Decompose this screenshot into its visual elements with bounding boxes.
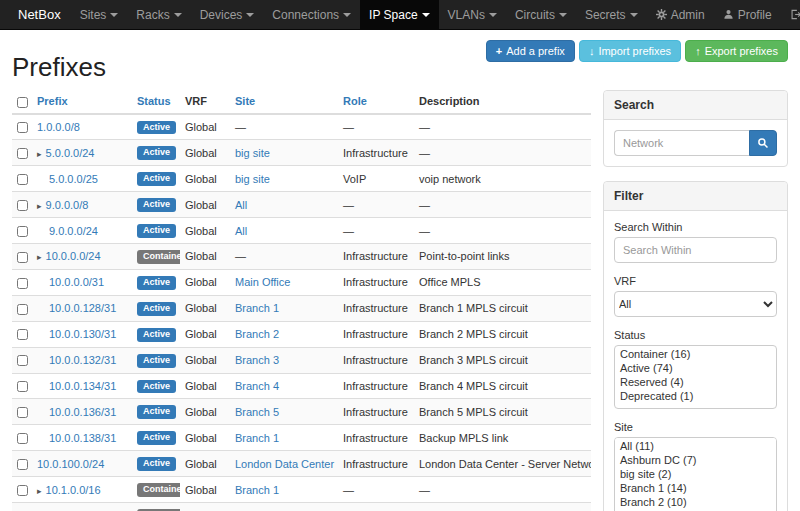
row-checkbox[interactable] xyxy=(17,433,28,444)
site-link[interactable]: big site xyxy=(235,173,270,185)
row-checkbox[interactable] xyxy=(17,329,28,340)
site-link[interactable]: Branch 4 xyxy=(235,380,279,392)
description-cell: — xyxy=(414,218,591,244)
description-cell: Branch 2 MPLS circuit xyxy=(414,321,591,347)
nav-item-circuits[interactable]: Circuits xyxy=(506,0,576,29)
select-option[interactable]: Ashburn DC (7) xyxy=(616,453,775,467)
search-within-input[interactable] xyxy=(614,237,777,263)
nav-label: Sites xyxy=(80,0,107,30)
row-checkbox[interactable] xyxy=(17,200,28,211)
select-option[interactable]: Active (74) xyxy=(616,361,775,375)
row-checkbox[interactable] xyxy=(17,226,28,237)
description-cell: Backup MPLS link xyxy=(414,425,591,451)
add-prefix-button[interactable]: +Add a prefix xyxy=(486,40,575,62)
site-cell: big site xyxy=(230,140,338,166)
site-link[interactable]: Branch 2 xyxy=(235,328,279,340)
row-checkbox[interactable] xyxy=(17,407,28,418)
row-checkbox[interactable] xyxy=(17,148,28,159)
prefix-link[interactable]: 10.1.0.0/16 xyxy=(46,484,101,496)
prefix-link[interactable]: 5.0.0.0/24 xyxy=(46,147,95,159)
row-checkbox[interactable] xyxy=(17,304,28,315)
nav-item-sites[interactable]: Sites xyxy=(71,0,128,29)
prefix-link[interactable]: 9.0.0.0/8 xyxy=(46,199,89,211)
prefix-link[interactable]: 9.0.0.0/24 xyxy=(49,225,98,237)
gear-icon xyxy=(656,9,667,20)
site-link[interactable]: Branch 1 xyxy=(235,302,279,314)
table-row: ▸9.0.0.0/8 Active Global All — — xyxy=(12,192,591,218)
site-link[interactable]: Main Office xyxy=(235,276,290,288)
import-prefixes-button[interactable]: ↓Import prefixes xyxy=(579,40,681,62)
prefix-link[interactable]: 1.0.0.0/8 xyxy=(37,121,80,133)
row-checkbox[interactable] xyxy=(17,252,28,263)
logout-link[interactable]: Log out xyxy=(781,0,800,29)
select-all-checkbox[interactable] xyxy=(17,97,28,108)
prefix-link[interactable]: 10.0.0.0/31 xyxy=(49,276,104,288)
site-link[interactable]: Branch 5 xyxy=(235,406,279,418)
site-link[interactable]: big site xyxy=(235,147,270,159)
site-select[interactable]: All (11)Ashburn DC (7)big site (2)Branch… xyxy=(614,437,777,511)
prefix-link[interactable]: 10.0.0.132/31 xyxy=(49,354,116,366)
role-cell: — xyxy=(338,218,414,244)
site-link[interactable]: All xyxy=(235,225,247,237)
select-option[interactable]: Branch 2 (10) xyxy=(616,495,775,509)
nav-item-connections[interactable]: Connections xyxy=(263,0,360,29)
prefix-indent xyxy=(37,182,49,183)
description-cell: London Data Center - Server Network xyxy=(414,451,591,477)
site-link[interactable]: Branch 1 xyxy=(235,484,279,496)
role-cell: Infrastructure xyxy=(338,244,414,270)
nav-item-ip-space[interactable]: IP Space xyxy=(360,0,438,29)
prefix-link[interactable]: 10.0.0.0/24 xyxy=(46,250,101,262)
row-checkbox[interactable] xyxy=(17,459,28,470)
row-checkbox[interactable] xyxy=(17,122,28,133)
site-cell: Main Office xyxy=(230,269,338,295)
select-option[interactable]: Branch 1 (14) xyxy=(616,481,775,495)
nav-item-racks[interactable]: Racks xyxy=(127,0,190,29)
nav-item-devices[interactable]: Devices xyxy=(191,0,264,29)
top-navbar: NetBox Sites Racks Devices Connections I… xyxy=(0,0,800,30)
select-option[interactable]: Reserved (4) xyxy=(616,375,775,389)
search-button[interactable] xyxy=(749,130,777,156)
prefix-link[interactable]: 10.0.0.136/31 xyxy=(49,406,116,418)
row-checkbox[interactable] xyxy=(17,174,28,185)
prefix-link[interactable]: 10.0.100.0/24 xyxy=(37,458,104,470)
table-row: ▸10.0.0.134/31 Active Global Branch 4 In… xyxy=(12,373,591,399)
status-badge: Active xyxy=(137,224,176,238)
netbox-brand[interactable]: NetBox xyxy=(8,0,71,29)
select-option[interactable]: Container (16) xyxy=(616,347,775,361)
row-checkbox[interactable] xyxy=(17,485,28,496)
prefix-link[interactable]: 5.0.0.0/25 xyxy=(49,173,98,185)
site-link[interactable]: London Data Center xyxy=(235,458,334,470)
nav-item-vlans[interactable]: VLANs xyxy=(439,0,506,29)
description-cell: Branch 4 MPLS circuit xyxy=(414,373,591,399)
prefix-link[interactable]: 10.0.0.134/31 xyxy=(49,380,116,392)
button-label: Add a prefix xyxy=(506,45,565,57)
column-header-status[interactable]: Status xyxy=(137,95,171,107)
vrf-select[interactable]: All xyxy=(614,291,777,317)
site-link[interactable]: Branch 3 xyxy=(235,354,279,366)
column-header-prefix[interactable]: Prefix xyxy=(37,95,68,107)
site-link[interactable]: Branch 1 xyxy=(235,432,279,444)
admin-link[interactable]: Admin xyxy=(647,0,714,29)
prefix-link[interactable]: 10.0.0.128/31 xyxy=(49,302,116,314)
prefix-link[interactable]: 10.0.0.130/31 xyxy=(49,328,116,340)
prefix-link[interactable]: 10.0.0.138/31 xyxy=(49,432,116,444)
row-checkbox[interactable] xyxy=(17,278,28,289)
nav-item-secrets[interactable]: Secrets xyxy=(576,0,647,29)
button-label: Export prefixes xyxy=(705,45,778,57)
select-option[interactable]: Deprecated (1) xyxy=(616,389,775,403)
role-cell: Infrastructure xyxy=(338,502,414,511)
search-input[interactable] xyxy=(614,130,749,156)
column-header-site[interactable]: Site xyxy=(235,95,255,107)
select-option[interactable]: All (11) xyxy=(616,439,775,453)
column-header-role[interactable]: Role xyxy=(343,95,367,107)
export-prefixes-button[interactable]: ↑Export prefixes xyxy=(685,40,788,62)
nav-label: IP Space xyxy=(369,0,417,30)
row-checkbox[interactable] xyxy=(17,355,28,366)
site-link[interactable]: All xyxy=(235,199,247,211)
row-checkbox[interactable] xyxy=(17,381,28,392)
status-select[interactable]: Container (16)Active (74)Reserved (4)Dep… xyxy=(614,345,777,409)
role-cell: Infrastructure xyxy=(338,399,414,425)
select-option[interactable]: big site (2) xyxy=(616,467,775,481)
profile-link[interactable]: Profile xyxy=(714,0,781,29)
table-row: ▸10.0.100.0/24 Active Global London Data… xyxy=(12,451,591,477)
